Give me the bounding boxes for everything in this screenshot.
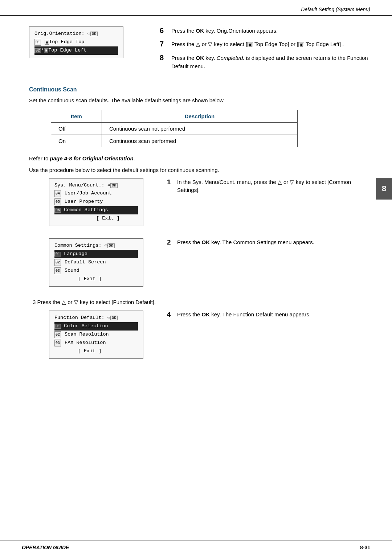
table-col-item: Item [51,110,102,122]
proc-step-2-text: 2 Press the OK key. The Common Settings … [163,238,370,250]
reference-1: Refer to page 4-8 for Original Orientati… [29,155,370,163]
lcd-screen-sys-menu: Sys. Menu/Count.: ⇔OK 04 User/Job Accoun… [49,178,143,226]
lcd-func-row-1: 01 Color Selection [54,322,138,331]
lcd-row-1-1: 01 ▣Top Edge Top [34,38,118,46]
step-7-text: Press the △ or ▽ key to select [▣ Top Ed… [171,40,344,48]
proc-screen-3-container: Function Default: ⇔OK 01 Color Selection… [29,311,163,360]
step-7-number: 7 [160,40,171,48]
lcd-screen-1-container: Orig.Orientation: ⇔OK 01 ▣Top Edge Top 0… [29,26,152,59]
continuous-scan-section: Continuous Scan Set the continuous scan … [29,86,370,175]
lcd-func-row-3: 03 FAX Resolution [54,339,138,347]
table-row: Off Continuous scan not performed [51,122,298,135]
lcd-sys-row-1: 04 User/Job Account [54,189,138,198]
lcd-func-exit: [ Exit ] [54,347,138,356]
lcd-screen-function-default: Function Default: ⇔OK 01 Color Selection… [49,311,143,359]
table-header-row: Item Description [51,110,298,122]
step-8-number: 8 [160,54,171,62]
footer-right: 8-31 [360,545,370,550]
step-6: 6 Press the OK key. Orig.Orientation app… [160,26,370,35]
footer-left: OPERATION GUIDE [22,545,69,550]
table-row: On Continuous scan performed [51,135,298,147]
proc-step-3: 3 Press the △ or ▽ key to select [Functi… [33,299,370,305]
lcd-sys-row-3: 06 Common Settings [54,206,138,214]
lcd-screen-common-settings: Common Settings: ⇔OK 01 Language 02 Defa… [49,238,143,287]
lcd-num-f01: 01 [54,324,61,329]
step-6-text: Press the OK key. Orig.Orientation appea… [171,26,278,35]
proc-step-3-standalone: 3 Press the △ or ▽ key to select [Functi… [29,299,370,305]
lcd-num-f03: 03 [54,340,61,346]
proc-step-4-text: Press the OK key. The Function Default m… [177,311,311,319]
proc-step-3-text: Press the △ or ▽ key to select [Function… [37,299,156,305]
lcd-screen-1: Orig.Orientation: ⇔OK 01 ▣Top Edge Top 0… [29,26,123,58]
lcd-sys-title: Sys. Menu/Count.: ⇔OK [54,181,138,190]
proc-step-4: 4 Press the OK key. The Function Default… [167,311,370,319]
proc-steps-1-2-text: 1 In the Sys. Menu/Count. menu, press th… [163,178,370,197]
top-steps-section: Orig.Orientation: ⇔OK 01 ▣Top Edge Top 0… [29,26,370,75]
table-cell-item-off: Off [51,122,102,135]
lcd-sys-exit: [ Exit ] [54,214,138,223]
proc-step-4-num: 4 [167,311,177,319]
proc-screen-1-container: Sys. Menu/Count.: ⇔OK 04 User/Job Accoun… [29,178,163,228]
header-title: Default Setting (System Menu) [301,7,370,12]
lcd-num-04: 04 [54,190,61,197]
page-footer: OPERATION GUIDE 8-31 [0,541,392,554]
page-number-tab: 8 [376,178,392,200]
proc-steps-2: Common Settings: ⇔OK 01 Language 02 Defa… [29,238,370,288]
lcd-common-exit: [ Exit ] [54,275,138,283]
lcd-num-f02: 02 [54,331,61,338]
proc-step-2-text: Press the OK key. The Common Settings me… [177,238,314,247]
lcd-func-title: Function Default: ⇔OK [54,314,138,322]
lcd-sys-row-2: 05 User Property [54,198,138,206]
table-cell-desc-on: Continuous scan performed [102,135,298,147]
step-6-number: 6 [160,26,171,35]
page-container: Default Setting (System Menu) 8 Orig.Ori… [0,0,392,554]
proc-step-1-text: In the Sys. Menu/Count. menu, press the … [177,178,370,194]
proc-steps-4: Function Default: ⇔OK 01 Color Selection… [29,311,370,360]
continuous-scan-table: Item Description Off Continuous scan not… [51,110,298,147]
lcd-common-row-2: 02 Default Screen [54,258,138,267]
lcd-row-1-2: 02*▣Top Edge Left [34,46,118,55]
lcd-num-icon-02: 02 [34,48,41,53]
continuous-scan-intro: Set the continuous scan defaults. The av… [29,97,370,105]
lcd-num-c02: 02 [54,259,61,266]
lcd-common-row-1: 01 Language [54,250,138,258]
lcd-icon-img-1: ▣ [45,40,49,45]
step-7: 7 Press the △ or ▽ key to select [▣ Top … [160,40,370,48]
lcd-title-row-1: Orig.Orientation: ⇔OK [34,30,118,38]
proc-step-1-num: 1 [167,178,177,186]
lcd-num-06: 06 [54,208,61,213]
table-cell-item-on: On [51,135,102,147]
lcd-common-title: Common Settings: ⇔OK [54,242,138,250]
proc-step-3-num: 3 [33,299,36,305]
table-cell-desc-off: Continuous scan not performed [102,122,298,135]
continuous-scan-heading: Continuous Scan [29,86,370,93]
lcd-num-c03: 03 [54,267,61,274]
lcd-icon-img-2: ▣ [44,48,48,53]
step-8: 8 Press the OK key. Completed. is displa… [160,54,370,71]
table-col-description: Description [102,110,298,122]
lcd-num-c01: 01 [54,252,61,257]
steps-6-8: 6 Press the OK key. Orig.Orientation app… [152,26,370,75]
lcd-num-05: 05 [54,198,61,205]
proc-step-2: 2 Press the OK key. The Common Settings … [167,238,370,247]
lcd-num-icon-01: 01 [34,39,41,46]
proc-step-1: 1 In the Sys. Menu/Count. menu, press th… [167,178,370,194]
page-header: Default Setting (System Menu) [0,0,392,16]
proc-screen-2-container: Common Settings: ⇔OK 01 Language 02 Defa… [29,238,163,288]
reference-2: Use the procedure below to select the de… [29,166,370,175]
step-8-text: Press the OK key. Completed. is displaye… [171,54,370,71]
lcd-func-row-2: 02 Scan Resolution [54,331,138,339]
lcd-common-row-3: 03 Sound [54,267,138,275]
proc-step-4-text: 4 Press the OK key. The Function Default… [163,311,370,322]
content-area: Orig.Orientation: ⇔OK 01 ▣Top Edge Top 0… [0,16,392,382]
proc-step-2-num: 2 [167,238,177,246]
proc-steps-1-2: Sys. Menu/Count.: ⇔OK 04 User/Job Accoun… [29,178,370,228]
